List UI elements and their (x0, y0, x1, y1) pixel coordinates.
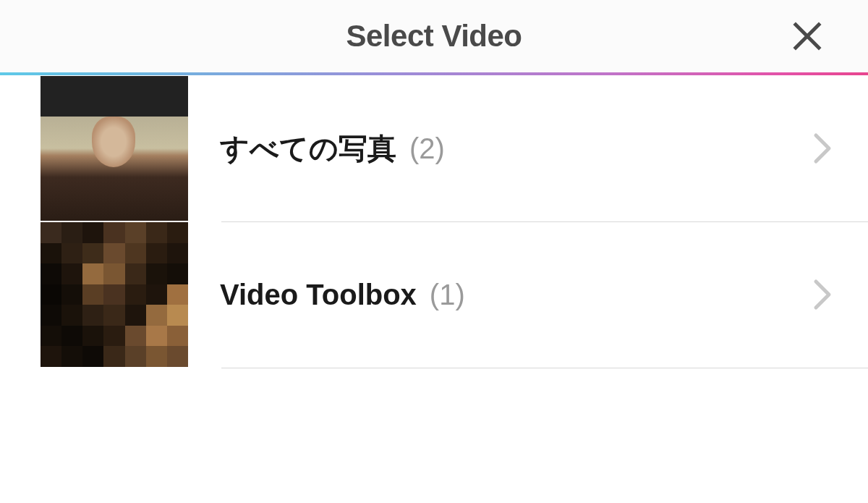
page-title: Select Video (346, 19, 522, 54)
album-text: すべての写真 (2) (188, 129, 813, 169)
album-thumbnail (41, 76, 188, 221)
album-text: Video Toolbox (1) (188, 279, 813, 311)
album-label: すべての写真 (220, 129, 396, 169)
album-thumbnail (41, 222, 188, 367)
chevron-right-icon (813, 279, 832, 310)
header: Select Video (0, 0, 868, 72)
album-list: すべての写真 (2) Video Toolbox (1) (0, 75, 868, 368)
album-label: Video Toolbox (220, 279, 417, 311)
close-icon (791, 20, 823, 52)
album-item-video-toolbox[interactable]: Video Toolbox (1) (41, 221, 868, 368)
chevron-right-icon (813, 132, 832, 164)
album-count: (1) (430, 279, 465, 311)
album-count: (2) (409, 132, 445, 165)
album-item-all-photos[interactable]: すべての写真 (2) (41, 75, 868, 221)
close-button[interactable] (790, 19, 825, 54)
